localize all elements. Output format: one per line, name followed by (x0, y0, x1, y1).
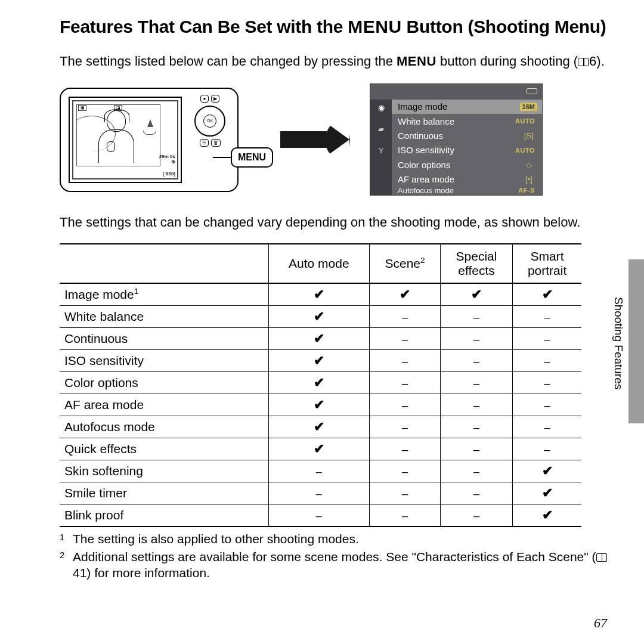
check-icon: ✔ (542, 507, 553, 522)
dash-icon: – (544, 400, 550, 411)
menu-row: AF area mode[•] (392, 172, 542, 186)
menu-row-value: ◇ (521, 160, 537, 170)
settings-table: Auto modeScene2SpecialeffectsSmartportra… (60, 243, 581, 527)
dash-icon: – (473, 466, 479, 478)
check-icon: ✔ (542, 463, 553, 478)
dash-icon: – (473, 377, 479, 389)
table-row: Color options✔––– (60, 372, 581, 394)
dpad (194, 106, 225, 137)
table-row: Smile timer–––✔ (60, 482, 581, 504)
book-icon (578, 58, 589, 66)
row-label: White balance (60, 306, 268, 328)
check-icon: ✔ (314, 441, 324, 456)
check-icon: ✔ (314, 287, 324, 302)
menu-row-label: AF area mode (398, 174, 454, 184)
dash-icon: – (402, 510, 408, 522)
battery-icon (527, 88, 537, 94)
dash-icon: – (473, 400, 479, 411)
dash-icon: – (473, 422, 479, 434)
check-icon: ✔ (471, 287, 482, 302)
check-icon: ✔ (314, 309, 324, 324)
row-label: Smile timer (60, 482, 268, 504)
table-cell: ✔ (268, 283, 370, 306)
camera-tab-icon: ◉ (376, 103, 386, 114)
table-cell: – (370, 350, 441, 372)
menu-row: Color options◇ (392, 157, 542, 172)
menu-row: White balanceAUTO (392, 114, 542, 128)
intro-paragraph: The settings listed below can be changed… (60, 52, 608, 70)
table-cell: – (513, 328, 581, 350)
footnote-1: The setting is also applied to other sho… (73, 531, 359, 547)
dash-icon: – (473, 488, 479, 500)
row-label: Blink proof (60, 504, 268, 527)
table-cell: ✔ (513, 460, 581, 482)
row-label: Quick effects (60, 438, 268, 460)
table-cell: – (513, 350, 581, 372)
menu-tabs: ◉ ▰ Y (370, 100, 392, 196)
screen-info-2: [ 850] (163, 171, 175, 177)
illustration-row: ▣◪ 29m 0s⊕ [ 850] ●▶ ☰🗑 MENU (60, 83, 608, 196)
side-tab (628, 259, 644, 423)
table-cell: – (440, 504, 512, 527)
table-cell: – (440, 438, 512, 460)
menu-row-label: Color options (398, 160, 450, 170)
table-row: Quick effects✔––– (60, 438, 581, 460)
footnotes: 1The setting is also applied to other sh… (60, 531, 608, 581)
dash-icon: – (544, 355, 550, 367)
table-cell: – (440, 306, 512, 328)
check-icon: ✔ (314, 419, 324, 434)
table-cell: – (268, 504, 370, 527)
table-cell: – (513, 394, 581, 416)
dash-icon: – (316, 488, 322, 500)
page-number: 67 (594, 615, 607, 631)
table-cell: – (440, 394, 512, 416)
dash-icon: – (402, 355, 408, 367)
table-row: AF area mode✔––– (60, 394, 581, 416)
table-cell: – (513, 306, 581, 328)
note-paragraph: The settings that can be changed vary de… (60, 213, 608, 231)
menu-row-value: AUTO (513, 117, 537, 125)
check-icon: ✔ (314, 331, 324, 346)
dash-icon: – (402, 444, 408, 456)
menu-row: Image mode16M (392, 100, 542, 114)
title-post: Button (Shooting Menu) (402, 17, 606, 36)
column-header: Specialeffects (440, 244, 512, 283)
dash-icon: – (544, 377, 550, 389)
table-cell: – (370, 460, 441, 482)
footnote-2: Additional settings are available for so… (73, 549, 608, 581)
dash-icon: – (402, 488, 408, 500)
table-cell: ✔ (513, 283, 581, 306)
dash-icon: – (402, 422, 408, 434)
table-cell: – (268, 460, 370, 482)
menu-row-label: Autofocus mode (398, 186, 454, 195)
menu-row: Autofocus modeAF-S (392, 186, 542, 195)
table-row: Skin softening–––✔ (60, 460, 581, 482)
menu-titlebar (370, 84, 542, 100)
table-cell: ✔ (268, 416, 370, 438)
table-cell: – (513, 372, 581, 394)
table-cell: – (370, 504, 441, 527)
menu-row-value: [S] (521, 131, 537, 141)
dash-icon: – (544, 422, 550, 434)
table-row: Image mode1✔✔✔✔ (60, 283, 581, 306)
table-cell: – (370, 306, 441, 328)
table-cell: – (440, 416, 512, 438)
table-cell: – (513, 416, 581, 438)
row-label: Color options (60, 372, 268, 394)
row-label: Skin softening (60, 460, 268, 482)
table-cell: ✔ (440, 283, 512, 306)
table-cell: – (370, 394, 441, 416)
table-cell: ✔ (268, 372, 370, 394)
table-cell: – (440, 482, 512, 504)
intro-menu-word: MENU (397, 54, 436, 69)
dash-icon: – (402, 466, 408, 478)
dash-icon: – (473, 333, 479, 345)
dash-icon: – (316, 510, 322, 522)
dash-icon: – (473, 311, 479, 323)
book-icon (596, 553, 607, 562)
check-icon: ✔ (314, 353, 324, 368)
footnote-num: 1 (60, 531, 67, 547)
row-label: ISO sensitivity (60, 350, 268, 372)
table-cell: – (370, 328, 441, 350)
table-cell: ✔ (370, 283, 441, 306)
